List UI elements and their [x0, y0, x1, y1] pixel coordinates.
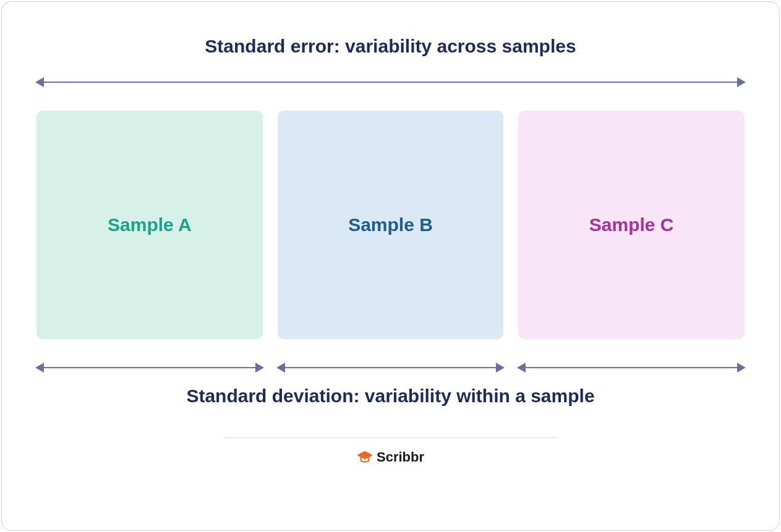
diagram-container: Standard error: variability across sampl…	[1, 1, 780, 531]
sample-a-label: Sample A	[108, 214, 192, 235]
title-standard-deviation: Standard deviation: variability within a…	[33, 386, 748, 407]
sample-box-a: Sample A	[36, 111, 263, 339]
sample-c-label: Sample C	[589, 214, 674, 235]
sample-box-b: Sample B	[278, 111, 504, 339]
brand-name: Scribbr	[377, 449, 424, 465]
arrow-across-samples	[36, 82, 745, 83]
samples-row: Sample A Sample B Sample C	[36, 111, 745, 339]
arrows-within-samples	[36, 367, 745, 368]
arrow-within-sample-c	[518, 367, 745, 368]
title-standard-error: Standard error: variability across sampl…	[33, 36, 748, 57]
sample-box-c: Sample C	[518, 111, 745, 339]
arrow-within-sample-a	[36, 367, 263, 368]
brand: Scribbr	[33, 449, 748, 465]
sample-b-label: Sample B	[348, 214, 433, 235]
footer-divider	[224, 437, 558, 438]
graduation-cap-icon	[357, 449, 373, 465]
arrow-within-sample-b	[278, 367, 504, 368]
